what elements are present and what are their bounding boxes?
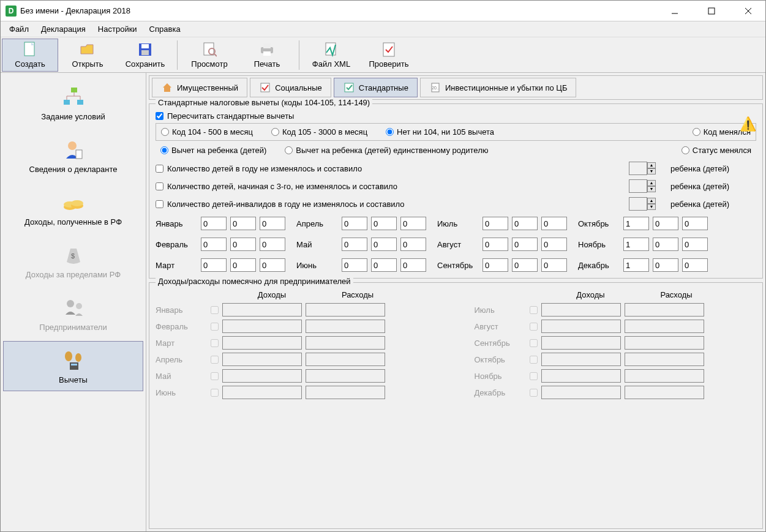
- apr-3[interactable]: [400, 217, 426, 230]
- tool-print[interactable]: Печать: [239, 39, 295, 72]
- radio-code-changed[interactable]: [693, 128, 700, 136]
- tab-standard[interactable]: Стандартные: [334, 78, 418, 97]
- svg-point-35: [75, 353, 81, 362]
- ent-dec-expense: [625, 386, 704, 399]
- menu-declaration[interactable]: Декларация: [36, 23, 91, 36]
- nov-1[interactable]: [623, 238, 649, 251]
- standard-deductions-group: Стандартные налоговые вычеты (коды 104-1…: [149, 103, 763, 279]
- may-2[interactable]: [371, 238, 397, 251]
- sidebar-entrepreneurs[interactable]: Предприниматели: [3, 288, 143, 339]
- jun-1[interactable]: [342, 258, 367, 272]
- sidebar-income-abroad[interactable]: $ Доходы за пределами РФ: [3, 236, 143, 286]
- oct-2[interactable]: [653, 217, 678, 230]
- sidebar-conditions[interactable]: Задание условий: [3, 78, 143, 128]
- svg-line-12: [214, 54, 217, 56]
- save-icon: [137, 41, 154, 58]
- jul-2[interactable]: [512, 217, 538, 230]
- minimize-button[interactable]: [663, 3, 687, 19]
- ent-oct-income: [541, 353, 621, 366]
- chk-disabled-children[interactable]: [156, 200, 163, 208]
- tool-create[interactable]: Создать: [2, 39, 58, 72]
- aug-3[interactable]: [541, 238, 567, 251]
- dec-2[interactable]: [653, 258, 678, 272]
- sidebar-deductions[interactable]: Вычеты: [3, 341, 143, 391]
- menu-settings[interactable]: Настройки: [93, 23, 142, 36]
- nov-3[interactable]: [682, 238, 708, 251]
- svg-rect-14: [263, 43, 271, 48]
- month-nov: Ноябрь: [578, 238, 708, 251]
- tool-save[interactable]: Сохранить: [117, 39, 173, 72]
- close-button[interactable]: [736, 3, 760, 19]
- may-3[interactable]: [400, 238, 426, 251]
- jun-2[interactable]: [371, 258, 397, 272]
- feb-1[interactable]: [201, 238, 227, 251]
- tab-invest[interactable]: 20.. Инвестиционные и убытки по ЦБ: [420, 78, 577, 97]
- tool-open[interactable]: Открыть: [59, 39, 116, 72]
- sidebar-income-rf[interactable]: Доходы, полученные в РФ: [3, 183, 143, 233]
- ent-dec-income: [541, 386, 621, 399]
- tab-property[interactable]: Имущественный: [152, 78, 247, 97]
- jan-1[interactable]: [201, 217, 227, 230]
- chk-children-from3[interactable]: [156, 182, 163, 190]
- sidebar-declarant[interactable]: Сведения о декларанте: [3, 130, 143, 181]
- spin-children-count[interactable]: ▲▼: [629, 162, 656, 175]
- may-1[interactable]: [342, 238, 367, 251]
- svg-rect-37: [71, 364, 77, 365]
- tool-xml[interactable]: Файл XML: [303, 39, 359, 72]
- sep-3[interactable]: [541, 258, 567, 272]
- mar-2[interactable]: [230, 258, 256, 272]
- mar-1[interactable]: [201, 258, 227, 272]
- mar-3[interactable]: [260, 258, 285, 272]
- tool-check[interactable]: Проверить: [361, 39, 417, 72]
- svg-text:20..: 20..: [432, 86, 439, 90]
- dec-3[interactable]: [682, 258, 708, 272]
- feb-2[interactable]: [230, 238, 256, 251]
- apr-2[interactable]: [371, 217, 397, 230]
- sep-1[interactable]: [483, 258, 508, 272]
- radio-child[interactable]: [160, 146, 168, 154]
- menu-help[interactable]: Справка: [145, 23, 186, 36]
- aug-1[interactable]: [483, 238, 508, 251]
- sep-2[interactable]: [512, 258, 538, 272]
- new-file-icon: [21, 41, 39, 58]
- apr-1[interactable]: [342, 217, 367, 230]
- month-dec: Декабрь: [578, 258, 708, 272]
- tool-view[interactable]: Просмотр: [181, 39, 238, 72]
- radio-none[interactable]: [386, 128, 394, 136]
- person-icon: [61, 138, 86, 162]
- menu-file[interactable]: Файл: [4, 23, 34, 36]
- conditions-icon: [61, 85, 86, 110]
- svg-rect-17: [383, 43, 394, 56]
- oct-1[interactable]: [623, 217, 649, 230]
- aug-2[interactable]: [512, 238, 538, 251]
- oct-3[interactable]: [682, 217, 708, 230]
- ent-sep-chk: [530, 339, 538, 347]
- chk-children-count[interactable]: [156, 165, 163, 173]
- chk2-label: Количество детей, начиная с 3-го, не изм…: [167, 182, 397, 191]
- jul-3[interactable]: [541, 217, 567, 230]
- radio-104[interactable]: [161, 128, 169, 136]
- month-jan: Январь: [156, 217, 285, 230]
- ent-jan-income: [222, 303, 302, 317]
- radio-105[interactable]: [271, 128, 279, 136]
- nov-2[interactable]: [653, 238, 678, 251]
- svg-rect-40: [345, 83, 353, 92]
- radio-status-changed[interactable]: [682, 146, 689, 154]
- month-jul: Июль: [437, 217, 567, 230]
- tab-social[interactable]: Социальные: [250, 78, 331, 97]
- spin-children-from3[interactable]: ▲▼: [629, 179, 656, 193]
- feb-3[interactable]: [260, 238, 285, 251]
- jul-1[interactable]: [483, 217, 508, 230]
- maximize-button[interactable]: [699, 3, 724, 19]
- jan-2[interactable]: [230, 217, 256, 230]
- jun-3[interactable]: [400, 258, 426, 272]
- spin-disabled-children[interactable]: ▲▼: [629, 197, 656, 211]
- dec-1[interactable]: [623, 258, 649, 272]
- svg-rect-8: [141, 44, 149, 48]
- svg-text:$: $: [70, 252, 74, 260]
- radio-single-parent[interactable]: [285, 146, 293, 154]
- svg-point-25: [68, 141, 77, 150]
- recalc-checkbox[interactable]: [156, 112, 163, 120]
- ent-aug-income: [541, 320, 621, 333]
- jan-3[interactable]: [260, 217, 285, 230]
